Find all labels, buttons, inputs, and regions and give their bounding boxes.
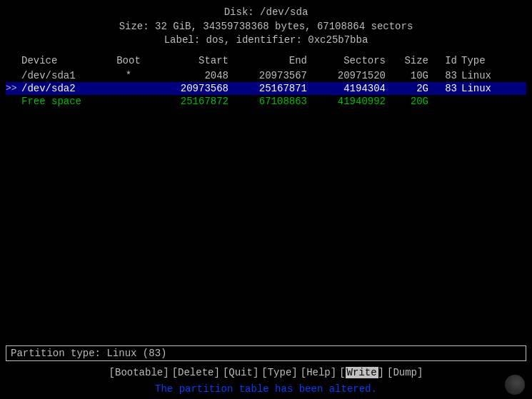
btn-text-bootable: Bootable	[115, 367, 163, 378]
row-start: 2048	[150, 70, 229, 81]
table-header-row: Device Boot Start End Sectors Size Id Ty…	[6, 54, 526, 68]
row-sectors: 41940992	[307, 96, 386, 107]
col-type-header: Type	[457, 55, 514, 66]
bracket-close: ]	[163, 367, 169, 378]
btn-text-type: Type	[268, 367, 292, 378]
disk-info-header: Disk: /dev/sda Size: 32 GiB, 34359738368…	[0, 0, 532, 51]
bracket-close: ]	[214, 367, 219, 378]
bracket-close: ]	[331, 367, 336, 378]
row-device: /dev/sda2	[21, 83, 107, 94]
terminal-screen: Disk: /dev/sda Size: 32 GiB, 34359738368…	[0, 0, 532, 399]
btn-text-delete: Delete	[178, 367, 214, 378]
bracket-close: ]	[253, 367, 259, 378]
disk-label: Label: dos, identifier: 0xc25b7bba	[0, 34, 532, 48]
row-device: /dev/sda1	[21, 70, 107, 81]
table-row[interactable]: >> /dev/sda2 20973568 25167871 4194304 2…	[6, 82, 526, 95]
button-bootable[interactable]: [ Bootable ]	[109, 367, 169, 378]
btn-text-quit: Quit	[229, 367, 253, 378]
button-type[interactable]: [ Type ]	[261, 367, 297, 378]
bracket-open: [	[172, 367, 178, 378]
indicator-spacer	[6, 55, 21, 66]
row-size: 10G	[386, 70, 428, 81]
row-end: 20973567	[229, 70, 307, 81]
bottom-panel: Partition type: Linux (83) [ Bootable ] …	[0, 345, 532, 399]
bracket-open: [	[339, 367, 345, 378]
row-start: 25167872	[150, 96, 229, 107]
bracket-close: ]	[417, 367, 423, 378]
disk-size: Size: 32 GiB, 34359738368 bytes, 6710886…	[0, 20, 532, 34]
bracket-open: [	[223, 367, 229, 378]
row-start: 20973568	[150, 83, 229, 94]
row-id: 83	[428, 70, 457, 81]
col-boot-header: Boot	[107, 55, 150, 66]
col-start-header: Start	[150, 55, 229, 66]
partition-rows-container: /dev/sda1 * 2048 20973567 20971520 10G 8…	[6, 69, 526, 108]
button-bar: [ Bootable ] [ Delete ] [ Quit ] [ Type …	[0, 364, 532, 381]
bracket-open: [	[387, 367, 393, 378]
row-size: 20G	[386, 96, 428, 107]
bracket-open: [	[261, 367, 267, 378]
bracket-open: [	[109, 367, 115, 378]
bracket-close: ]	[291, 367, 297, 378]
button-help[interactable]: [ Help ]	[301, 367, 336, 378]
bracket-open: [	[301, 367, 306, 378]
btn-text-dump: Dump	[393, 367, 417, 378]
row-type: Linux	[457, 70, 514, 81]
button-quit[interactable]: [ Quit ]	[223, 367, 259, 378]
col-id-header: Id	[428, 55, 457, 66]
col-device-header: Device	[21, 55, 107, 66]
btn-text-help: Help	[306, 367, 331, 378]
row-end: 67108863	[229, 96, 307, 107]
row-type: Linux	[457, 83, 514, 94]
table-row[interactable]: /dev/sda1 * 2048 20973567 20971520 10G 8…	[6, 69, 526, 82]
table-row[interactable]: Free space 25167872 67108863 41940992 20…	[6, 95, 526, 108]
row-sectors: 4194304	[307, 83, 386, 94]
row-device: Free space	[21, 96, 107, 107]
row-end: 25167871	[229, 83, 307, 94]
col-size-header: Size	[386, 55, 428, 66]
bracket-close: ]	[378, 367, 384, 378]
col-end-header: End	[229, 55, 307, 66]
partition-type-bar: Partition type: Linux (83)	[6, 345, 526, 361]
disk-title: Disk: /dev/sda	[0, 6, 532, 20]
row-size: 2G	[386, 83, 428, 94]
button-delete[interactable]: [ Delete ]	[172, 367, 220, 378]
btn-text-write: Write	[346, 367, 378, 378]
col-sectors-header: Sectors	[307, 55, 386, 66]
row-id: 83	[428, 83, 457, 94]
row-sectors: 20971520	[307, 70, 386, 81]
status-bar: The partition table has been altered.	[0, 381, 532, 399]
watermark-icon	[505, 375, 525, 395]
button-dump[interactable]: [ Dump ]	[387, 367, 423, 378]
row-indicator: >>	[6, 83, 21, 94]
row-boot: *	[107, 70, 150, 81]
button-write[interactable]: [ Write ]	[339, 367, 384, 378]
